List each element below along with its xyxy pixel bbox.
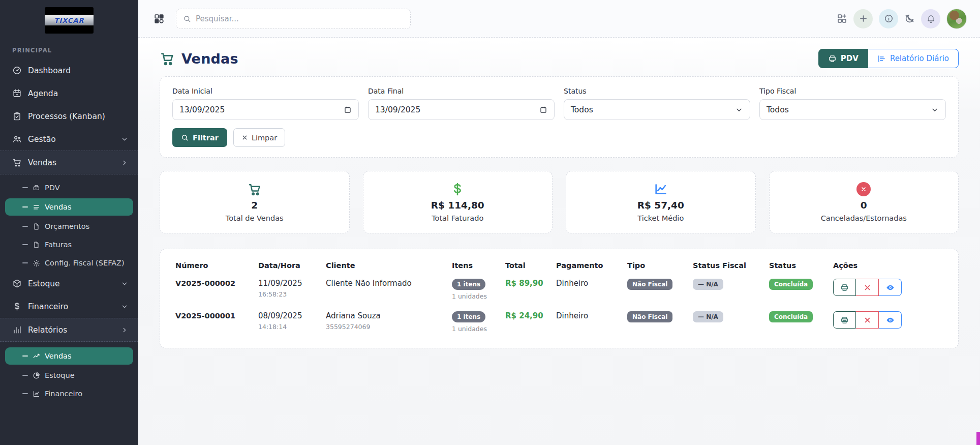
date-start-input[interactable] (179, 105, 344, 114)
calendar-icon[interactable] (539, 106, 547, 114)
file-icon (33, 223, 40, 230)
sidebar-subitem-pdv[interactable]: PDV (0, 179, 138, 197)
sidebar-item-relatorios[interactable]: Relatórios (0, 318, 138, 341)
filter-field-date-end: Data Final (368, 87, 555, 120)
info-button[interactable] (879, 9, 898, 28)
search-input[interactable] (196, 14, 404, 23)
sidebar-item-processos[interactable]: Processos (Kanban) (0, 105, 138, 128)
apps-grid-icon[interactable] (154, 13, 165, 24)
date-end-input[interactable] (375, 105, 539, 114)
dash-bullet (22, 375, 28, 376)
sidebar-subitem-rel-financeiro[interactable]: Financeiro (0, 384, 138, 403)
cart-icon (160, 51, 175, 66)
daily-report-button[interactable]: Relatório Diário (868, 49, 959, 68)
sidebar-subitem-label: PDV (45, 184, 60, 192)
chevron-down-icon (735, 106, 743, 114)
column-header-pagamento: Pagamento (556, 261, 627, 279)
filter-button[interactable]: Filtrar (172, 128, 227, 147)
sidebar-item-estoque[interactable]: Estoque (0, 272, 138, 295)
user-avatar[interactable] (946, 9, 967, 29)
chevron-down-icon (121, 303, 128, 310)
right-column: Vendas PDV Relatório Diário Data Inicial (138, 0, 980, 445)
filter-field-date-start: Data Inicial (172, 87, 359, 120)
sidebar-subitem-config-fiscal[interactable]: Config. Fiscal (SEFAZ) (0, 254, 138, 272)
sidebar-item-label: Estoque (28, 279, 60, 288)
sidebar-item-financeiro[interactable]: Financeiro (0, 295, 138, 318)
sidebar-section-label: PRINCIPAL (0, 41, 138, 59)
sidebar-group-relatorios: Relatórios (0, 318, 138, 342)
grid-plus-button[interactable] (837, 13, 847, 24)
chevron-down-icon (121, 136, 128, 143)
sidebar-item-label: Vendas (28, 158, 56, 167)
row-actions (833, 279, 941, 296)
sidebar-subitem-rel-vendas-active[interactable]: Vendas (5, 347, 133, 365)
date-start-input-wrap (172, 99, 359, 120)
sidebar-subitem-orcamentos[interactable]: Orçamentos (0, 217, 138, 235)
printer-icon (840, 316, 849, 324)
column-header-tipo: Tipo (627, 261, 693, 279)
line-chart-icon (33, 390, 40, 398)
filter-field-status: Status Todos (564, 87, 750, 120)
print-button[interactable] (833, 279, 856, 296)
box-icon (12, 279, 22, 288)
sidebar-subitem-label: Financeiro (45, 390, 82, 398)
sidebar-item-agenda[interactable]: Agenda (0, 82, 138, 105)
pdv-button-label: PDV (841, 54, 859, 63)
status-select[interactable]: Todos (564, 99, 750, 120)
items-badge: 1 itens (452, 311, 485, 322)
clear-button[interactable]: Limpar (233, 128, 285, 147)
units-text: 1 unidades (452, 325, 502, 333)
payment-method: Dinheiro (556, 311, 588, 320)
card-value: 2 (251, 200, 258, 211)
print-button[interactable] (833, 311, 856, 329)
notifications-button[interactable] (921, 9, 940, 28)
add-button[interactable] (853, 9, 873, 28)
sidebar-item-label: Dashboard (28, 66, 71, 75)
view-button[interactable] (879, 311, 902, 329)
calendar-icon[interactable] (344, 106, 352, 114)
sidebar-subitem-faturas[interactable]: Faturas (0, 235, 138, 254)
view-button[interactable] (879, 279, 902, 296)
table-row: V2025-000001 08/09/2025 14:18:14 Adriana… (175, 311, 944, 335)
sidebar-subitem-label: Vendas (45, 203, 72, 211)
sale-date: 11/09/2025 (258, 279, 323, 288)
dash-bullet (22, 355, 28, 357)
card-label: Canceladas/Estornadas (821, 214, 907, 222)
x-icon (863, 283, 872, 292)
card-canceladas: 0 Canceladas/Estornadas (769, 171, 959, 233)
sidebar-group-vendas: Vendas (0, 151, 138, 174)
sidebar-item-dashboard[interactable]: Dashboard (0, 59, 138, 82)
report-chart-icon (877, 54, 886, 63)
date-end-input-wrap (368, 99, 555, 120)
sale-total: R$ 24,90 (505, 311, 543, 320)
dash-bullet (22, 187, 28, 188)
pdv-button[interactable]: PDV (818, 49, 868, 68)
date-start-label: Data Inicial (172, 87, 359, 95)
dark-mode-toggle[interactable] (904, 13, 915, 24)
summary-cards: 2 Total de Vendas R$ 114,80 Total Fatura… (160, 171, 959, 233)
sidebar-subitem-rel-estoque[interactable]: Estoque (0, 366, 138, 384)
pie-chart-icon (33, 372, 40, 379)
app-logo[interactable]: TIXCAR (45, 7, 94, 34)
sidebar-item-gestao[interactable]: Gestão (0, 128, 138, 151)
speedometer-icon (12, 66, 22, 75)
sale-total: R$ 89,90 (505, 279, 543, 288)
fiscal-status-badge: — N/A (693, 279, 723, 290)
page-title-text: Vendas (181, 51, 238, 67)
clear-button-label: Limpar (252, 134, 277, 142)
register-icon (33, 184, 40, 192)
cancel-button[interactable] (856, 311, 879, 329)
search-box[interactable] (176, 9, 411, 29)
cancel-button[interactable] (856, 279, 879, 296)
fiscal-type-select[interactable]: Todos (759, 99, 946, 120)
column-header-acoes: Ações (833, 261, 944, 279)
sidebar-subitem-vendas-active[interactable]: Vendas (5, 198, 133, 216)
register-icon (828, 54, 837, 63)
sidebar-item-vendas[interactable]: Vendas (0, 151, 138, 174)
bell-icon (926, 14, 936, 23)
dash-bullet (22, 393, 28, 394)
topbar (138, 0, 980, 38)
dash-bullet (22, 226, 28, 227)
sale-time: 14:18:14 (258, 323, 323, 331)
card-value: 0 (861, 200, 867, 211)
